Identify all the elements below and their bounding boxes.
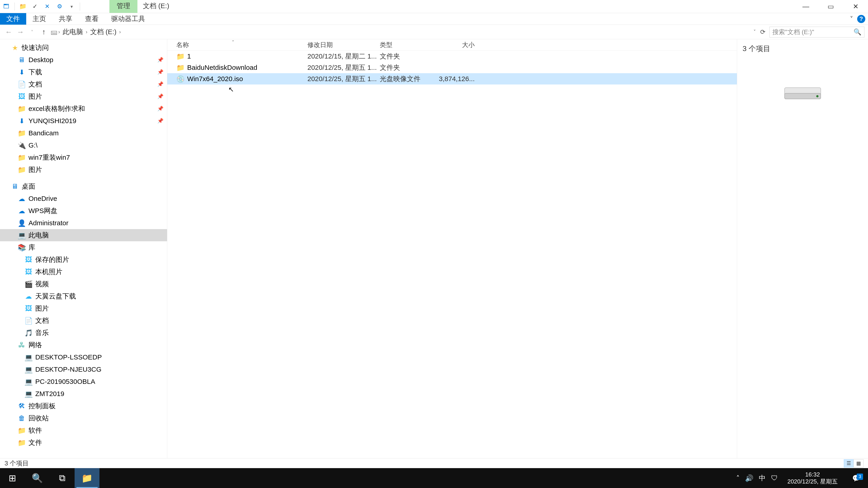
tree-videos[interactable]: 🎬视频: [0, 278, 167, 290]
tree-saved-pics[interactable]: 🖼保存的图片: [0, 254, 167, 266]
file-row[interactable]: 💿Win7x64_2020.iso2020/12/25, 星期五 1...光盘映…: [167, 73, 737, 85]
column-name[interactable]: 名称˄: [176, 41, 307, 49]
tree-network[interactable]: 🖧网络: [0, 339, 167, 351]
tree-bandicam[interactable]: 📁Bandicam: [0, 127, 167, 139]
file-row[interactable]: 📁BaiduNetdiskDownload2020/12/25, 星期五 1..…: [167, 62, 737, 73]
tree-pc1[interactable]: 💻DESKTOP-LSSOEDP: [0, 351, 167, 363]
tree-camera-roll[interactable]: 🖼本机照片: [0, 266, 167, 278]
task-view-button[interactable]: ⧉: [50, 468, 74, 488]
tree-onedrive[interactable]: ☁OneDrive: [0, 193, 167, 205]
context-tab-manage[interactable]: 管理: [110, 0, 137, 13]
close-qat-icon[interactable]: ✕: [42, 2, 52, 11]
file-date: 2020/12/25, 星期五 1...: [307, 63, 380, 72]
file-name: BaiduNetdiskDownload: [187, 64, 307, 71]
file-date: 2020/12/25, 星期五 1...: [307, 74, 380, 84]
volume-icon[interactable]: 🔊: [745, 474, 753, 482]
tree-tianyi[interactable]: ☁天翼云盘下载: [0, 290, 167, 302]
folder-icon[interactable]: 📁: [18, 2, 28, 11]
action-center-button[interactable]: 💬 3: [847, 474, 865, 482]
forward-button[interactable]: →: [16, 27, 25, 37]
chevron-right-icon[interactable]: ›: [58, 29, 60, 35]
tree-desktop-root[interactable]: 🖥桌面: [0, 180, 167, 193]
tree-files[interactable]: 📁文件: [0, 436, 167, 449]
refresh-button[interactable]: ⟳: [758, 28, 768, 36]
chevron-down-icon[interactable]: ˅: [753, 29, 756, 35]
pin-icon: 📌: [157, 69, 163, 75]
chevron-right-icon[interactable]: ›: [119, 29, 121, 35]
help-icon[interactable]: ?: [857, 15, 865, 23]
tree-gdrive[interactable]: 🔌G:\: [0, 139, 167, 151]
tree-desktop[interactable]: 🖥Desktop📌: [0, 54, 167, 66]
explorer-taskbar-button[interactable]: 📁: [74, 468, 99, 488]
tab-drive-tools[interactable]: 驱动器工具: [105, 13, 151, 25]
search-input[interactable]: 搜索"文档 (E:)" 🔍: [770, 27, 864, 37]
label: 此电脑: [29, 231, 49, 240]
tree-downloads[interactable]: ⬇下载📌: [0, 66, 167, 78]
tab-share[interactable]: 共享: [53, 13, 79, 25]
ime-icon[interactable]: 中: [759, 474, 766, 483]
start-button[interactable]: ⊞: [0, 468, 25, 488]
tree-pictures[interactable]: 🖼图片📌: [0, 90, 167, 103]
view-details-button[interactable]: ☰: [844, 459, 854, 467]
breadcrumb-thispc[interactable]: 此电脑: [61, 26, 85, 37]
label: 文件: [29, 438, 42, 447]
tree-excel[interactable]: 📁excel表格制作求和📌: [0, 103, 167, 115]
tree-yunqishi[interactable]: ⬇YUNQISHI2019📌: [0, 115, 167, 127]
history-dropdown-icon[interactable]: ˅: [27, 27, 37, 37]
label: 快速访问: [22, 43, 49, 53]
close-button[interactable]: ✕: [843, 0, 868, 13]
tree-pictures2[interactable]: 📁图片: [0, 164, 167, 176]
maximize-button[interactable]: ▭: [818, 0, 843, 13]
file-type: 文件夹: [380, 52, 438, 61]
tree-control-panel[interactable]: 🛠控制面板: [0, 400, 167, 412]
minimize-button[interactable]: —: [794, 0, 818, 13]
back-button[interactable]: ←: [4, 27, 13, 37]
search-button[interactable]: 🔍: [25, 468, 50, 488]
security-icon[interactable]: 🛡: [771, 474, 778, 482]
label: 图片: [35, 304, 49, 313]
settings-icon[interactable]: ⚙: [55, 2, 64, 11]
preview-item-count: 3 个项目: [743, 44, 863, 54]
tree-pc3[interactable]: 💻PC-20190530OBLA: [0, 376, 167, 388]
tree-music[interactable]: 🎵音乐: [0, 327, 167, 339]
label: 软件: [29, 426, 42, 435]
pin-icon: 📌: [157, 57, 163, 63]
tree-admin[interactable]: 👤Administrator: [0, 217, 167, 229]
label: G:\: [29, 141, 37, 149]
tree-documents[interactable]: 📄文档📌: [0, 78, 167, 90]
label: 文档: [35, 316, 49, 325]
column-type[interactable]: 类型: [380, 41, 438, 49]
label: DESKTOP-LSSOEDP: [35, 353, 102, 361]
tree-wps[interactable]: ☁WPS网盘: [0, 205, 167, 217]
navigation-tree[interactable]: ★快速访问 🖥Desktop📌 ⬇下载📌 📄文档📌 🖼图片📌 📁excel表格制…: [0, 39, 167, 458]
tree-quick-access[interactable]: ★快速访问: [0, 41, 167, 54]
chevron-right-icon[interactable]: ›: [86, 29, 87, 35]
breadcrumb[interactable]: 🖴 › 此电脑 › 文档 (E:) › ˅: [51, 26, 756, 37]
tree-thispc[interactable]: 💻此电脑: [0, 229, 167, 241]
tree-recycle[interactable]: 🗑回收站: [0, 412, 167, 424]
tab-home[interactable]: 主页: [26, 13, 53, 25]
column-size[interactable]: 大小: [438, 41, 475, 49]
qat-dropdown-icon[interactable]: ▾: [67, 2, 76, 11]
tree-pc4[interactable]: 💻ZMT2019: [0, 388, 167, 400]
tree-libraries[interactable]: 📚库: [0, 241, 167, 254]
clock[interactable]: 16:32 2020/12/25, 星期五: [783, 471, 842, 485]
column-date[interactable]: 修改日期: [307, 41, 380, 49]
status-text: 3 个项目: [4, 459, 29, 468]
label: 桌面: [22, 182, 35, 191]
tree-win7[interactable]: 📁win7重装win7: [0, 151, 167, 164]
label: ZMT2019: [35, 390, 64, 398]
tree-pc2[interactable]: 💻DESKTOP-NJEU3CG: [0, 363, 167, 376]
up-button[interactable]: ↑: [39, 27, 49, 37]
breadcrumb-drive[interactable]: 文档 (E:): [88, 26, 119, 37]
tree-software[interactable]: 📁软件: [0, 424, 167, 436]
tray-overflow-icon[interactable]: ˄: [736, 474, 740, 482]
file-row[interactable]: 📁12020/12/15, 星期二 1...文件夹: [167, 51, 737, 62]
tree-lib-docs[interactable]: 📄文档: [0, 315, 167, 327]
check-icon[interactable]: ✓: [30, 2, 40, 11]
ribbon-collapse-icon[interactable]: ˅: [850, 15, 853, 23]
tree-lib-pics[interactable]: 🖼图片: [0, 302, 167, 315]
tab-view[interactable]: 查看: [79, 13, 105, 25]
view-icons-button[interactable]: ▦: [854, 459, 864, 467]
tab-file[interactable]: 文件: [0, 13, 26, 25]
